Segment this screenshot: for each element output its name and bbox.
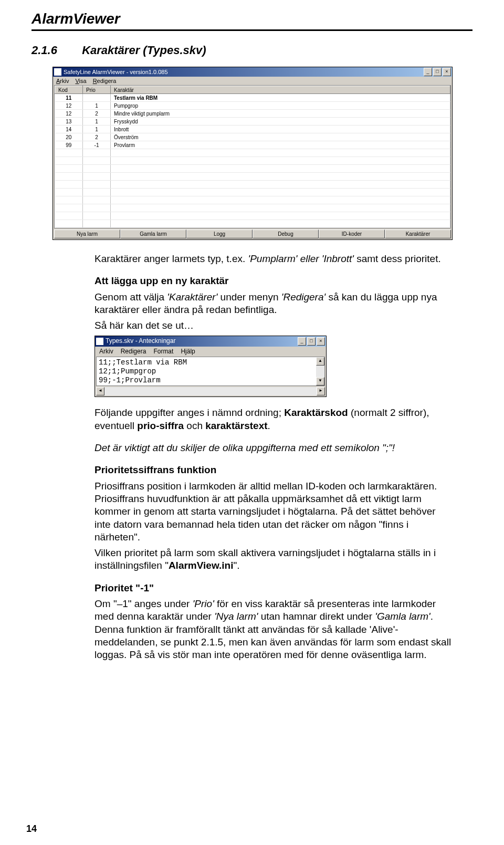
tab-nya-larm[interactable]: Nya larm <box>54 229 120 238</box>
notepad-titlebar: Types.skv - Anteckningar _ □ × <box>95 336 326 347</box>
tab-id-koder[interactable]: ID-koder <box>319 229 385 238</box>
notepad-menu-arkiv[interactable]: Arkiv <box>99 348 113 356</box>
table-row <box>55 157 450 165</box>
table-row <box>55 173 450 181</box>
table-row[interactable]: 122Mindre viktigt pumplarm <box>55 110 450 118</box>
table-row <box>55 220 450 228</box>
page-number: 14 <box>26 823 37 834</box>
page-title: AlarmViewer <box>32 11 472 27</box>
maximize-button[interactable]: □ <box>433 68 442 76</box>
app-window: SafetyLine AlarmViewer - version1.0.085 … <box>52 67 453 240</box>
table-row[interactable]: 202Överström <box>55 133 450 141</box>
section-number: 2.1.6 <box>32 44 79 57</box>
app-icon <box>54 68 61 76</box>
app-title: SafetyLine AlarmViewer - version1.0.085 <box>64 69 168 75</box>
scrollbar-vertical[interactable]: ▲ ▼ <box>316 357 324 385</box>
notepad-menu-hjalp[interactable]: Hjälp <box>181 348 195 356</box>
table-row <box>55 204 450 212</box>
table-row[interactable]: 141Inbrott <box>55 126 450 133</box>
notepad-icon <box>96 338 103 345</box>
section-heading: 2.1.6 Karaktärer (Types.skv) <box>32 44 472 57</box>
data-grid: Kod Prio Karaktär 11Testlarm via RBM121P… <box>54 85 451 228</box>
intro-paragraph: Karaktärer anger larmets typ, t.ex. 'Pum… <box>94 253 452 265</box>
app-titlebar: SafetyLine AlarmViewer - version1.0.085 … <box>53 67 452 77</box>
table-row <box>55 196 450 204</box>
notepad-window: Types.skv - Anteckningar _ □ × Arkiv Red… <box>94 336 327 398</box>
table-row <box>55 189 450 196</box>
scroll-up-icon[interactable]: ▲ <box>316 357 324 366</box>
app-menubar: Arkiv Visa Redigera <box>53 77 452 85</box>
neg-paragraph: Om "–1" anges under 'Prio' för en viss k… <box>94 598 452 662</box>
notepad-menu-format[interactable]: Format <box>153 348 173 356</box>
add-example-lead: Så här kan det se ut… <box>94 319 452 332</box>
col-kod[interactable]: Kod <box>55 86 83 94</box>
prio-heading: Prioritetssiffrans funktion <box>94 464 452 476</box>
menu-arkiv[interactable]: Arkiv <box>56 78 69 84</box>
notepad-title: Types.skv - Anteckningar <box>106 337 175 345</box>
table-row <box>55 149 450 157</box>
tab-gamla-larm[interactable]: Gamla larm <box>120 229 186 238</box>
table-row <box>55 212 450 220</box>
col-prio[interactable]: Prio <box>83 86 111 94</box>
notepad-textarea[interactable]: 11;;Testlarm via RBM 12;1;Pumpgrop 99;-1… <box>97 357 316 385</box>
col-karaktar[interactable]: Karaktär <box>111 86 450 94</box>
notepad-close-button[interactable]: × <box>317 337 325 346</box>
menu-redigera[interactable]: Redigera <box>93 78 117 84</box>
tab-bar: Nya larm Gamla larm Logg Debug ID-koder … <box>53 228 452 239</box>
table-row[interactable]: 121Pumpgrop <box>55 102 450 110</box>
table-row <box>55 181 450 189</box>
tab-debug[interactable]: Debug <box>253 229 319 238</box>
section-title-text: Karaktärer (Types.skv) <box>82 44 206 57</box>
notepad-maximize-button[interactable]: □ <box>307 337 316 346</box>
add-heading: Att lägga upp en ny karaktär <box>94 275 452 287</box>
scrollbar-horizontal[interactable]: ◄ ► <box>96 387 325 395</box>
minimize-button[interactable]: _ <box>424 68 432 76</box>
notepad-menubar: Arkiv Redigera Format Hjälp <box>95 347 326 357</box>
neg-heading: Prioritet "-1" <box>94 582 452 594</box>
table-row[interactable]: 131Frysskydd <box>55 118 450 126</box>
notepad-menu-redigera[interactable]: Redigera <box>121 348 146 356</box>
notepad-minimize-button[interactable]: _ <box>298 337 306 346</box>
add-paragraph: Genom att välja 'Karaktärer' under menyn… <box>94 291 452 317</box>
table-row <box>55 165 450 173</box>
prio-paragraph-1: Priosiffrans position i larmkoden är all… <box>94 480 452 544</box>
scroll-left-icon[interactable]: ◄ <box>96 387 104 395</box>
semicolon-note: Det är viktigt att du skiljer de olika u… <box>94 442 452 454</box>
table-row[interactable]: 11Testlarm via RBM <box>55 94 450 102</box>
close-button[interactable]: × <box>443 68 451 76</box>
scroll-right-icon[interactable]: ► <box>317 387 325 395</box>
menu-visa[interactable]: Visa <box>75 78 86 84</box>
header-rule <box>32 29 472 31</box>
prio-paragraph-2: Vilken prioritet på larm som skall aktiv… <box>94 547 452 572</box>
tab-karaktarer[interactable]: Karaktärer <box>385 229 451 238</box>
scroll-down-icon[interactable]: ▼ <box>316 377 324 385</box>
tab-logg[interactable]: Logg <box>186 229 253 238</box>
table-row[interactable]: 99-1Provlarm <box>55 141 450 149</box>
fields-paragraph: Följande uppgifter anges i nämnd ordning… <box>94 406 452 432</box>
